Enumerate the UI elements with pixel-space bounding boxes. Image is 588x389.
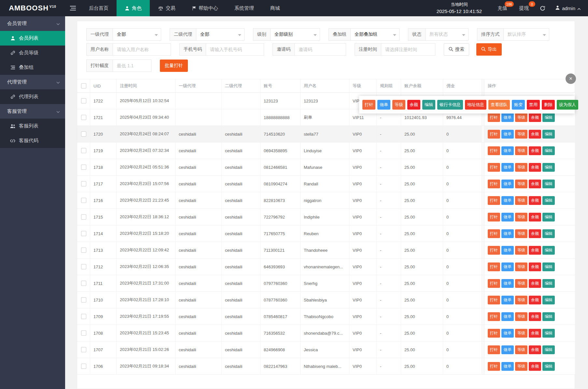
row-action-编辑[interactable]: 编辑 bbox=[542, 213, 555, 221]
sidebar-group-代理管理[interactable]: 代理管理 bbox=[0, 75, 65, 89]
row-action-打针[interactable]: 打针 bbox=[488, 262, 500, 271]
row-action-做单[interactable]: 做单 bbox=[501, 163, 514, 172]
row-action-余额[interactable]: 余额 bbox=[529, 329, 541, 338]
row-action-余额[interactable]: 余额 bbox=[529, 146, 541, 155]
recharge-button[interactable]: 充值 186 bbox=[492, 0, 513, 16]
nav-item-系统管理[interactable]: 系统管理 bbox=[226, 0, 262, 16]
用户名称-input[interactable] bbox=[117, 47, 167, 52]
row-action-等级[interactable]: 等级 bbox=[515, 262, 527, 271]
row-checkbox[interactable] bbox=[81, 231, 86, 236]
row-action-打针[interactable]: 打针 bbox=[488, 229, 500, 238]
row-action-做单[interactable]: 做单 bbox=[501, 213, 514, 221]
popup-action-编辑[interactable]: 编辑 bbox=[422, 100, 435, 110]
row-action-做单[interactable]: 做单 bbox=[501, 146, 514, 155]
row-action-余额[interactable]: 余额 bbox=[529, 163, 541, 172]
row-action-余额[interactable]: 余额 bbox=[529, 213, 541, 221]
row-action-等级[interactable]: 等级 bbox=[515, 345, 527, 354]
row-action-打针[interactable]: 打针 bbox=[488, 113, 500, 122]
select-级别[interactable]: 全部级别 bbox=[271, 28, 320, 41]
popup-action-等级[interactable]: 等级 bbox=[392, 100, 405, 110]
select-二级代理[interactable]: 全部 bbox=[196, 28, 245, 41]
row-action-做单[interactable]: 做单 bbox=[501, 362, 514, 371]
row-checkbox[interactable] bbox=[81, 364, 86, 369]
row-checkbox[interactable] bbox=[81, 330, 86, 336]
row-action-打针[interactable]: 打针 bbox=[488, 180, 500, 188]
row-action-编辑[interactable]: 编辑 bbox=[542, 229, 555, 238]
row-action-打针[interactable]: 打针 bbox=[488, 312, 500, 321]
row-checkbox[interactable] bbox=[81, 248, 86, 253]
row-action-打针[interactable]: 打针 bbox=[488, 146, 500, 155]
row-checkbox[interactable] bbox=[81, 181, 86, 186]
注册时间-input[interactable] bbox=[385, 47, 431, 52]
row-action-打针[interactable]: 打针 bbox=[488, 279, 500, 288]
select-叠加组[interactable]: 全部叠加组 bbox=[351, 28, 399, 41]
row-action-余额[interactable]: 余额 bbox=[529, 362, 541, 371]
popup-action-账变[interactable]: 账变 bbox=[512, 100, 525, 110]
row-checkbox[interactable] bbox=[81, 98, 86, 103]
row-action-做单[interactable]: 做单 bbox=[501, 246, 514, 255]
row-action-余额[interactable]: 余额 bbox=[529, 196, 541, 205]
row-action-编辑[interactable]: 编辑 bbox=[542, 329, 555, 338]
nav-item-后台首页[interactable]: 后台首页 bbox=[81, 0, 117, 16]
popup-action-禁用[interactable]: 禁用 bbox=[527, 100, 540, 110]
row-action-编辑[interactable]: 编辑 bbox=[542, 130, 555, 139]
row-action-等级[interactable]: 等级 bbox=[515, 113, 527, 122]
sidebar-item-客服列表[interactable]: 客服列表 bbox=[0, 119, 65, 133]
sidebar-item-会员列表[interactable]: 会员列表 bbox=[0, 31, 65, 46]
popup-action-银行卡信息[interactable]: 银行卡信息 bbox=[437, 100, 463, 110]
select-一级代理[interactable]: 全部 bbox=[113, 28, 161, 41]
row-action-做单[interactable]: 做单 bbox=[501, 196, 514, 205]
row-action-打针[interactable]: 打针 bbox=[488, 163, 500, 172]
nav-item-角色[interactable]: 角色 bbox=[117, 0, 150, 16]
row-action-做单[interactable]: 做单 bbox=[501, 229, 514, 238]
popup-action-地址信息[interactable]: 地址信息 bbox=[465, 100, 486, 110]
row-action-编辑[interactable]: 编辑 bbox=[542, 180, 555, 188]
row-action-打针[interactable]: 打针 bbox=[488, 296, 500, 304]
row-action-等级[interactable]: 等级 bbox=[515, 229, 527, 238]
row-action-余额[interactable]: 余额 bbox=[529, 279, 541, 288]
row-action-等级[interactable]: 等级 bbox=[515, 163, 527, 172]
nav-item-交易[interactable]: 交易 bbox=[150, 0, 184, 16]
row-action-打针[interactable]: 打针 bbox=[488, 345, 500, 354]
row-action-余额[interactable]: 余额 bbox=[529, 262, 541, 271]
refresh-icon[interactable] bbox=[535, 6, 551, 11]
row-checkbox[interactable] bbox=[81, 115, 86, 120]
row-action-编辑[interactable]: 编辑 bbox=[542, 279, 555, 288]
nav-item-商城[interactable]: 商城 bbox=[262, 0, 288, 16]
search-button[interactable]: 搜索 bbox=[444, 43, 469, 56]
row-action-等级[interactable]: 等级 bbox=[515, 312, 527, 321]
row-action-余额[interactable]: 余额 bbox=[529, 113, 541, 122]
row-action-编辑[interactable]: 编辑 bbox=[542, 296, 555, 304]
row-action-做单[interactable]: 做单 bbox=[501, 345, 514, 354]
row-action-等级[interactable]: 等级 bbox=[515, 279, 527, 288]
select-排序方式[interactable]: 默认排序 bbox=[504, 28, 549, 41]
row-action-做单[interactable]: 做单 bbox=[501, 329, 514, 338]
nav-item-帮助中心[interactable]: 帮助中心 bbox=[184, 0, 226, 16]
popup-action-查看团队[interactable]: 查看团队 bbox=[488, 100, 510, 110]
row-action-做单[interactable]: 做单 bbox=[501, 262, 514, 271]
row-action-余额[interactable]: 余额 bbox=[529, 345, 541, 354]
inject-range-input[interactable] bbox=[117, 63, 147, 68]
row-action-编辑[interactable]: 编辑 bbox=[542, 196, 555, 205]
row-action-编辑[interactable]: 编辑 bbox=[542, 246, 555, 255]
row-action-等级[interactable]: 等级 bbox=[515, 146, 527, 155]
sidebar-toggle-icon[interactable] bbox=[65, 0, 81, 16]
row-action-余额[interactable]: 余额 bbox=[529, 296, 541, 304]
row-action-编辑[interactable]: 编辑 bbox=[542, 345, 555, 354]
row-checkbox[interactable] bbox=[81, 165, 86, 170]
row-action-等级[interactable]: 等级 bbox=[515, 180, 527, 188]
row-checkbox[interactable] bbox=[81, 264, 86, 269]
sidebar-item-代理列表[interactable]: 代理列表 bbox=[0, 89, 65, 104]
row-action-余额[interactable]: 余额 bbox=[529, 180, 541, 188]
select-all-checkbox[interactable] bbox=[81, 83, 86, 88]
邀请码-input[interactable] bbox=[299, 47, 342, 52]
popup-action-打针[interactable]: 打针 bbox=[362, 100, 375, 110]
row-checkbox[interactable] bbox=[81, 148, 86, 153]
select-状态[interactable]: 所有状态 bbox=[426, 28, 469, 41]
user-menu[interactable]: admin bbox=[551, 5, 581, 11]
popup-action-删除[interactable]: 删除 bbox=[542, 100, 555, 110]
row-action-编辑[interactable]: 编辑 bbox=[542, 113, 555, 122]
sidebar-group-会员管理[interactable]: 会员管理 bbox=[0, 16, 65, 31]
row-action-做单[interactable]: 做单 bbox=[501, 312, 514, 321]
popup-action-做单[interactable]: 做单 bbox=[377, 100, 390, 110]
